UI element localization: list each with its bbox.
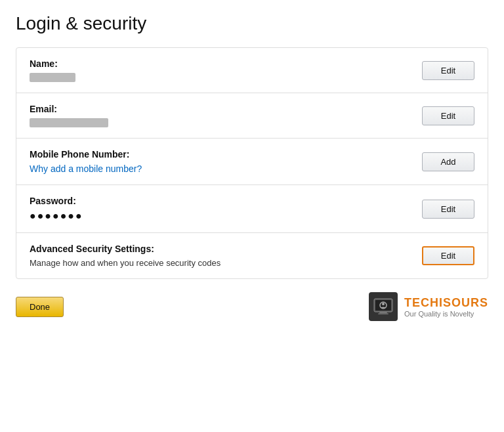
advanced-edit-button[interactable]: Edit	[422, 246, 474, 265]
email-row-left: Email:	[30, 104, 108, 127]
mobile-why-link[interactable]: Why add a mobile number?	[30, 163, 142, 174]
watermark: TECHISOURS Our Quality is Novelty	[369, 292, 488, 321]
name-row: Name: Edit	[16, 48, 488, 93]
page-title: Login & security	[16, 13, 488, 34]
name-row-left: Name:	[30, 58, 75, 82]
security-card: Name: Edit Email: Edit Mobile Phone Numb…	[16, 47, 488, 279]
mobile-row: Mobile Phone Number: Why add a mobile nu…	[16, 139, 488, 185]
advanced-security-row: Advanced Security Settings: Manage how a…	[16, 233, 488, 278]
name-label: Name:	[30, 58, 75, 69]
email-row: Email: Edit	[16, 93, 488, 139]
watermark-icon	[369, 292, 398, 321]
name-edit-button[interactable]: Edit	[422, 61, 474, 80]
email-value-placeholder	[30, 118, 108, 127]
mobile-label: Mobile Phone Number:	[30, 149, 142, 160]
page-container: Login & security Name: Edit Email: Edit …	[0, 0, 504, 334]
svg-point-3	[382, 303, 385, 305]
done-button[interactable]: Done	[16, 297, 64, 317]
password-edit-button[interactable]: Edit	[422, 200, 474, 219]
advanced-row-left: Advanced Security Settings: Manage how a…	[30, 244, 220, 268]
svg-rect-4	[379, 312, 387, 313]
done-section: Done TECHISOURS Our Quality is Novelty	[16, 292, 488, 321]
password-dots: ●●●●●●●	[30, 210, 83, 222]
watermark-text-container: TECHISOURS Our Quality is Novelty	[404, 296, 488, 318]
advanced-label: Advanced Security Settings:	[30, 244, 220, 254]
watermark-tagline: Our Quality is Novelty	[404, 310, 488, 318]
password-row: Password: ●●●●●●● Edit	[16, 185, 488, 233]
watermark-svg	[373, 296, 394, 317]
mobile-add-button[interactable]: Add	[422, 152, 474, 171]
email-label: Email:	[30, 104, 108, 114]
advanced-sub-text: Manage how and when you receive security…	[30, 258, 220, 268]
mobile-row-left: Mobile Phone Number: Why add a mobile nu…	[30, 149, 142, 174]
password-label: Password:	[30, 196, 83, 206]
watermark-brand: TECHISOURS	[404, 296, 488, 310]
name-value-placeholder	[30, 73, 75, 82]
email-edit-button[interactable]: Edit	[422, 106, 474, 125]
password-row-left: Password: ●●●●●●●	[30, 196, 83, 222]
svg-rect-5	[378, 313, 388, 314]
